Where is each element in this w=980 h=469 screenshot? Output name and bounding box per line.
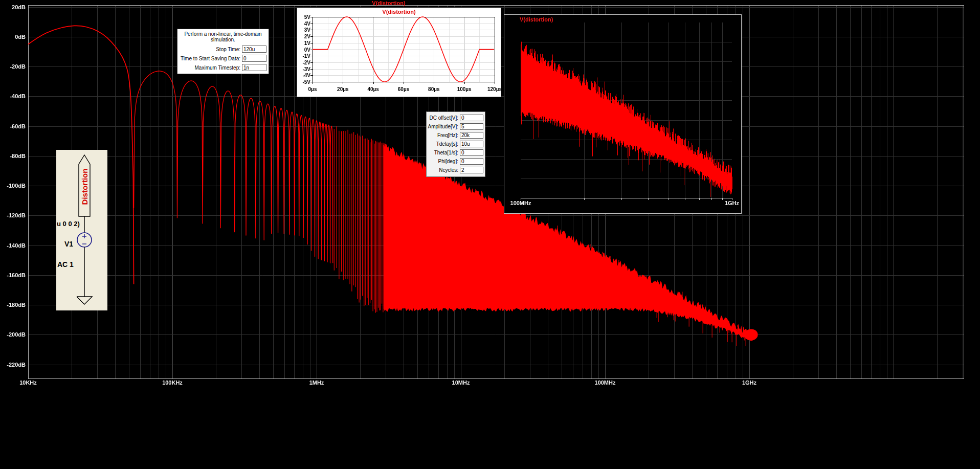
stop-time-row: Stop Time: — [180, 46, 266, 53]
ncycles-label: Ncycles: — [439, 167, 458, 173]
net-port-distortion[interactable]: Distortion — [79, 155, 90, 233]
tdelay-row: Tdelay[s]: — [428, 141, 483, 147]
phi-input[interactable] — [460, 158, 483, 165]
main-x-axis-label: 10MHz — [452, 379, 470, 386]
time-x-axis-label: 100µs — [457, 86, 472, 92]
main-y-axis-label: -60dB — [0, 123, 26, 129]
main-y-axis-label: -220dB — [0, 362, 26, 368]
ncycles-row: Ncycles: — [428, 167, 483, 173]
main-y-axis-label: -80dB — [0, 153, 26, 159]
main-plot-trace-label[interactable]: V(distortion) — [338, 0, 440, 6]
dc-offset-row: DC offset[V]: — [428, 115, 483, 121]
main-y-axis-label: -120dB — [0, 212, 26, 218]
phi-row: Phi[deg]: — [428, 158, 483, 165]
time-y-axis-label: 0V — [297, 47, 310, 53]
schematic-inset: Distortion u 0 0 2) V1 AC 1 — [56, 150, 107, 310]
voltage-source-symbol[interactable] — [77, 233, 92, 247]
ground-symbol[interactable] — [77, 297, 92, 304]
start-saving-input[interactable] — [242, 55, 266, 62]
start-saving-row: Time to Start Saving Data: — [180, 55, 266, 62]
time-x-axis-label: 120µs — [487, 86, 502, 92]
amplitude-label: Amplitude[V]: — [428, 124, 458, 129]
source-value-label[interactable]: AC 1 — [57, 260, 74, 269]
theta-row: Theta[1/s]: — [428, 149, 483, 156]
transient-sim-dialog: Perform a non-linear, time-domain simula… — [177, 29, 269, 74]
max-timestep-label: Maximum Timestep: — [195, 65, 240, 71]
dc-offset-input[interactable] — [460, 115, 483, 121]
source-ref-label[interactable]: V1 — [64, 240, 73, 248]
time-y-axis-label: -5V — [297, 79, 310, 85]
time-y-axis-label: -2V — [297, 60, 310, 65]
fft-zoom-trace-label[interactable]: V(distortion) — [520, 16, 553, 23]
phi-label: Phi[deg]: — [438, 159, 458, 164]
time-x-axis-label: 60µs — [398, 86, 409, 92]
net-label-text[interactable]: Distortion — [80, 169, 89, 205]
main-y-axis-label: -200dB — [0, 331, 26, 338]
main-y-axis-label: -20dB — [0, 63, 26, 70]
main-y-axis-label: -100dB — [0, 183, 26, 189]
fft-zoom-inset-plot: V(distortion) 100MHz 1GHz — [504, 14, 742, 214]
stop-time-label: Stop Time: — [216, 47, 240, 52]
amplitude-input[interactable] — [460, 123, 483, 130]
time-y-axis-label: 4V — [297, 21, 310, 27]
time-y-axis-label: 2V — [297, 34, 310, 39]
time-x-axis-label: 80µs — [428, 86, 439, 92]
fft-zoom-x-label-1ghz: 1GHz — [725, 200, 739, 206]
time-plot-trace-label[interactable]: V(distortion) — [297, 9, 501, 15]
amplitude-row: Amplitude[V]: — [428, 123, 483, 130]
time-x-axis-label: 0µs — [308, 86, 317, 92]
tdelay-label: Tdelay[s]: — [436, 141, 458, 147]
fft-zoom-canvas[interactable] — [504, 15, 741, 213]
main-y-axis-label: -160dB — [0, 272, 26, 278]
freq-label: Freq[Hz]: — [437, 132, 458, 138]
freq-input[interactable] — [460, 132, 483, 139]
theta-input[interactable] — [460, 149, 483, 156]
main-y-axis-label: 20dB — [0, 4, 26, 10]
main-x-axis-label: 100KHz — [162, 379, 183, 386]
max-timestep-input[interactable] — [242, 64, 266, 71]
tdelay-input[interactable] — [460, 141, 483, 147]
ltspice-window: V(distortion) 20dB0dB-20dB-40dB-60dB-80d… — [0, 0, 980, 469]
time-y-axis-label: -1V — [297, 53, 310, 59]
time-y-axis-label: -4V — [297, 73, 310, 78]
start-saving-label: Time to Start Saving Data: — [181, 56, 240, 61]
sine-source-dialog: DC offset[V]: Amplitude[V]: Freq[Hz]: Td… — [426, 111, 485, 177]
dc-offset-label: DC offset[V]: — [429, 115, 458, 121]
schematic-clipped-sine-text[interactable]: u 0 0 2) — [57, 220, 80, 228]
time-domain-inset-plot: V(distortion) 5V4V3V2V1V0V-1V-2V-3V-4V-5… — [297, 8, 501, 97]
stop-time-input[interactable] — [242, 46, 266, 53]
fft-zoom-x-label-100mhz: 100MHz — [510, 200, 531, 206]
main-y-axis-label: -140dB — [0, 242, 26, 249]
theta-label: Theta[1/s]: — [434, 150, 458, 155]
time-x-axis-label: 20µs — [337, 86, 348, 92]
time-x-axis-label: 40µs — [367, 86, 378, 92]
time-y-axis-label: 5V — [297, 14, 310, 20]
transient-dialog-title: Perform a non-linear, time-domain simula… — [180, 31, 266, 42]
freq-row: Freq[Hz]: — [428, 132, 483, 139]
ncycles-input[interactable] — [460, 167, 483, 173]
main-x-axis-label: 10KHz — [19, 379, 37, 386]
time-y-axis-label: -3V — [297, 66, 310, 72]
time-plot-canvas[interactable] — [297, 8, 501, 97]
main-x-axis-label: 100MHz — [595, 379, 616, 386]
time-y-axis-label: 3V — [297, 27, 310, 33]
main-y-axis-label: -180dB — [0, 302, 26, 308]
time-y-axis-label: 1V — [297, 40, 310, 46]
main-x-axis-label: 1MHz — [309, 379, 324, 386]
max-timestep-row: Maximum Timestep: — [180, 64, 266, 71]
main-y-axis-label: -40dB — [0, 93, 26, 99]
main-x-axis-label: 1GHz — [742, 379, 756, 386]
main-y-axis-label: 0dB — [0, 34, 26, 40]
schematic-canvas[interactable]: Distortion — [56, 150, 107, 310]
